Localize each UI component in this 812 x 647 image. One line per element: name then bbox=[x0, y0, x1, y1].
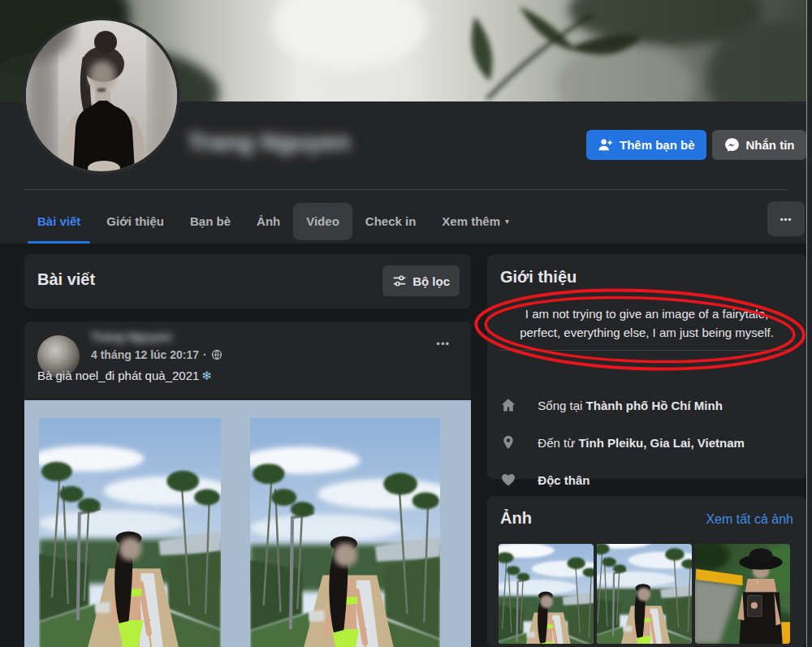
post: Trang Nguyen 4 tháng 12 lúc 20:17 · ••• … bbox=[24, 321, 471, 647]
post-menu-button[interactable]: ••• bbox=[431, 333, 455, 355]
post-photo-2[interactable] bbox=[250, 418, 440, 647]
post-date: 4 tháng 12 lúc 20:17 bbox=[91, 348, 199, 361]
meta-separator: · bbox=[203, 348, 207, 361]
post-photo-1[interactable] bbox=[39, 418, 221, 647]
globe-icon bbox=[211, 349, 222, 360]
posts-card-title: Bài viết bbox=[37, 270, 95, 289]
photo-thumbnail-2[interactable] bbox=[597, 544, 692, 644]
post-text-content: Bà già noel_đi phát quà_2021 bbox=[37, 369, 199, 382]
message-label: Nhắn tin bbox=[746, 138, 795, 152]
intro-title: Giới thiệu bbox=[500, 268, 577, 287]
tab-label: Giới thiệu bbox=[106, 214, 164, 228]
tab-label: Xem thêm bbox=[442, 214, 500, 228]
tabs-more-button[interactable]: ••• bbox=[767, 201, 805, 236]
tab-bai-viet[interactable]: Bài viết bbox=[24, 199, 93, 244]
person-add-icon bbox=[598, 137, 613, 153]
divider bbox=[500, 350, 793, 351]
post-timestamp[interactable]: 4 tháng 12 lúc 20:17 · bbox=[91, 348, 222, 361]
filter-button[interactable]: Bộ lọc bbox=[382, 265, 460, 296]
profile-bio: I am not trying to give an image of a fa… bbox=[510, 304, 784, 342]
snowflake-emoji: ❄ bbox=[201, 369, 212, 382]
filter-label: Bộ lọc bbox=[412, 274, 450, 288]
photos-card: Ảnh Xem tất cả ảnh bbox=[487, 496, 806, 647]
tab-label: Bạn bè bbox=[190, 214, 231, 228]
add-friend-label: Thêm bạn bè bbox=[620, 138, 695, 152]
profile-name: Trang Nguyen bbox=[188, 128, 350, 156]
tab-xem-them[interactable]: Xem thêm ▾ bbox=[429, 199, 522, 244]
filters-icon bbox=[392, 274, 407, 288]
message-button[interactable]: Nhắn tin bbox=[712, 130, 806, 160]
tab-anh[interactable]: Ảnh bbox=[244, 199, 293, 244]
photo-thumbnail-3[interactable] bbox=[695, 544, 790, 644]
post-image-area bbox=[24, 400, 471, 647]
tab-label: Ảnh bbox=[257, 214, 280, 228]
post-text: Bà già noel_đi phát quà_2021❄ bbox=[37, 369, 212, 383]
intro-row-text: Độc thân bbox=[538, 473, 590, 487]
add-friend-button[interactable]: Thêm bạn bè bbox=[586, 130, 706, 160]
photo-thumbnail-1[interactable] bbox=[499, 544, 594, 644]
tab-gioi-thieu[interactable]: Giới thiệu bbox=[93, 199, 177, 244]
relationship-value: Độc thân bbox=[538, 473, 590, 487]
tab-label: Bài viết bbox=[37, 214, 80, 228]
tab-video[interactable]: Video bbox=[293, 203, 352, 240]
tab-ban-be[interactable]: Bạn bè bbox=[177, 199, 244, 244]
messenger-icon bbox=[724, 137, 740, 153]
active-tab-underline bbox=[28, 241, 90, 244]
scrollbar[interactable] bbox=[806, 0, 812, 647]
see-all-photos-link[interactable]: Xem tất cả ảnh bbox=[706, 512, 793, 527]
post-author-name[interactable]: Trang Nguyen bbox=[91, 330, 172, 343]
profile-portrait-art bbox=[26, 20, 177, 171]
profile-picture[interactable] bbox=[26, 20, 177, 171]
posts-header-card: Bài viết Bộ lọc bbox=[24, 254, 471, 308]
chevron-down-icon: ▾ bbox=[505, 217, 509, 226]
tab-label: Video bbox=[306, 214, 339, 228]
facebook-profile-page: Trang Nguyen Thêm bạn bè Nhắn tin Bài vi… bbox=[0, 0, 812, 647]
profile-tabs: Bài viết Giới thiệu Bạn bè Ảnh Video Che… bbox=[24, 199, 522, 244]
intro-card: Giới thiệu I am not trying to give an im… bbox=[487, 254, 806, 479]
tab-check-in[interactable]: Check in bbox=[352, 199, 430, 244]
divider bbox=[24, 189, 788, 190]
photos-title: Ảnh bbox=[500, 509, 532, 528]
tab-label: Check in bbox=[365, 214, 417, 228]
